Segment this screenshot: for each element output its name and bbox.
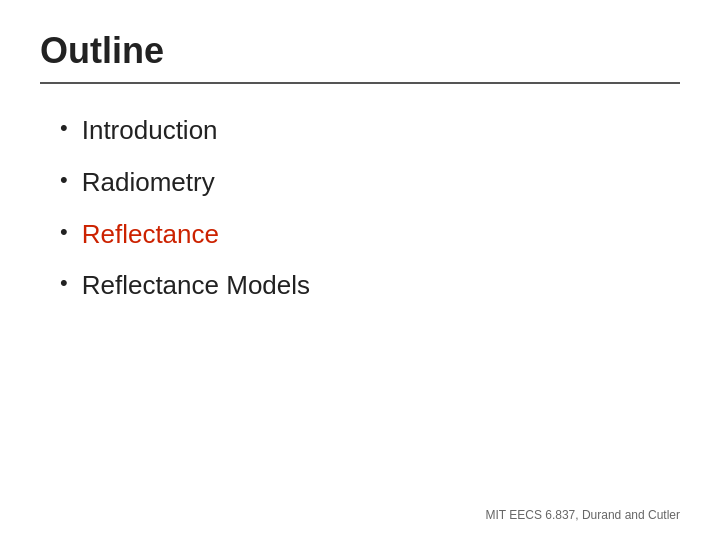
list-item: • Introduction (60, 114, 680, 148)
slide: Outline • Introduction • Radiometry • Re… (0, 0, 720, 540)
bullet-dot-1: • (60, 114, 68, 143)
list-item: • Reflectance (60, 218, 680, 252)
outline-list: • Introduction • Radiometry • Reflectanc… (60, 114, 680, 303)
bullet-text-reflectance: Reflectance (82, 218, 219, 252)
bullet-text-introduction: Introduction (82, 114, 218, 148)
list-item: • Reflectance Models (60, 269, 680, 303)
bullet-dot-4: • (60, 269, 68, 298)
bullet-dot-3: • (60, 218, 68, 247)
list-item: • Radiometry (60, 166, 680, 200)
bullet-dot-2: • (60, 166, 68, 195)
bullet-text-reflectance-models: Reflectance Models (82, 269, 310, 303)
slide-footer: MIT EECS 6.837, Durand and Cutler (485, 508, 680, 522)
slide-title: Outline (40, 30, 680, 72)
bullet-text-radiometry: Radiometry (82, 166, 215, 200)
title-divider (40, 82, 680, 84)
